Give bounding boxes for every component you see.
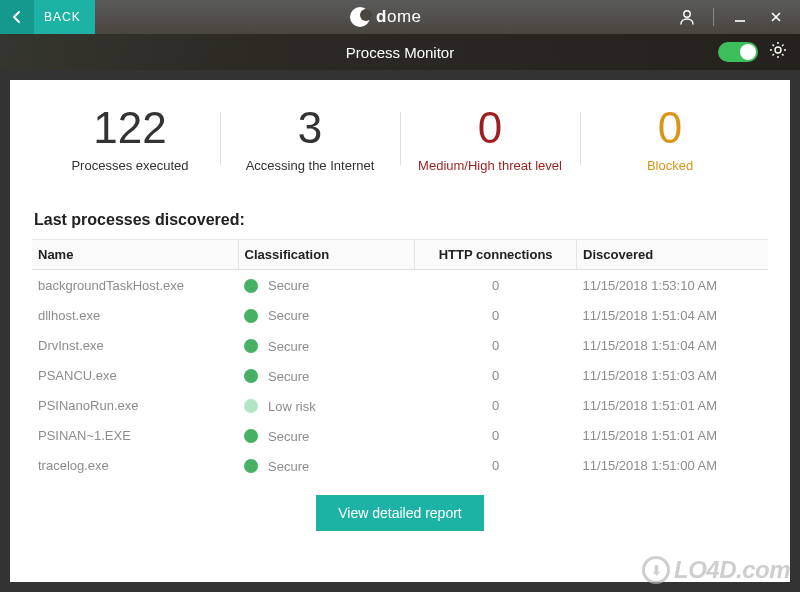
cell-discovered: 11/15/2018 1:53:10 AM (577, 270, 768, 301)
svg-point-2 (775, 47, 781, 53)
subheader-actions (718, 40, 788, 64)
cell-classification: Secure (238, 300, 415, 330)
classification-text: Secure (268, 309, 309, 324)
cell-classification: Secure (238, 270, 415, 301)
view-report-button[interactable]: View detailed report (316, 495, 483, 531)
classification-text: Low risk (268, 399, 316, 414)
table-row[interactable]: dllhost.exeSecure011/15/2018 1:51:04 AM (32, 300, 768, 330)
cell-http: 0 (415, 300, 577, 330)
cell-name: backgroundTaskHost.exe (32, 270, 238, 301)
cell-classification: Secure (238, 451, 415, 481)
cell-http: 0 (415, 451, 577, 481)
app-window: BACK dome Process Monitor (0, 0, 800, 592)
gear-icon[interactable] (768, 40, 788, 64)
classification-text: Secure (268, 369, 309, 384)
cell-name: PSINAN~1.EXE (32, 421, 238, 451)
col-classification[interactable]: Classification (238, 240, 415, 270)
page-title: Process Monitor (346, 44, 454, 61)
status-dot-icon (244, 459, 258, 473)
cell-name: DrvInst.exe (32, 331, 238, 361)
stat-blocked: 0 Blocked (580, 104, 760, 173)
cell-name: PSANCU.exe (32, 361, 238, 391)
cell-discovered: 11/15/2018 1:51:03 AM (577, 361, 768, 391)
logo-icon (350, 7, 370, 27)
classification-text: Secure (268, 429, 309, 444)
brand: dome (95, 0, 677, 34)
stat-label: Accessing the Internet (220, 158, 400, 173)
status-dot-icon (244, 309, 258, 323)
table-row[interactable]: backgroundTaskHost.exeSecure011/15/2018 … (32, 270, 768, 301)
classification-text: Secure (268, 278, 309, 293)
status-dot-icon (244, 429, 258, 443)
stat-label: Blocked (580, 158, 760, 173)
section-title: Last processes discovered: (34, 211, 766, 229)
status-dot-icon (244, 339, 258, 353)
status-dot-icon (244, 399, 258, 413)
cell-classification: Secure (238, 361, 415, 391)
sub-header: Process Monitor (0, 34, 800, 70)
col-http[interactable]: HTTP connections (415, 240, 577, 270)
cell-discovered: 11/15/2018 1:51:04 AM (577, 331, 768, 361)
stat-value: 0 (400, 104, 580, 152)
col-discovered[interactable]: Discovered (577, 240, 768, 270)
svg-point-0 (684, 11, 690, 17)
stat-value: 3 (220, 104, 400, 152)
table-row[interactable]: tracelog.exeSecure011/15/2018 1:51:00 AM (32, 451, 768, 481)
brand-text: dome (376, 7, 421, 27)
table-row[interactable]: PSINAN~1.EXESecure011/15/2018 1:51:01 AM (32, 421, 768, 451)
classification-text: Secure (268, 339, 309, 354)
cell-discovered: 11/15/2018 1:51:01 AM (577, 391, 768, 421)
cell-http: 0 (415, 421, 577, 451)
cell-classification: Low risk (238, 391, 415, 421)
close-button[interactable] (766, 7, 786, 27)
col-name[interactable]: Name (32, 240, 238, 270)
status-dot-icon (244, 279, 258, 293)
cell-name: PSINanoRun.exe (32, 391, 238, 421)
status-dot-icon (244, 369, 258, 383)
monitor-toggle[interactable] (718, 42, 758, 62)
process-table: Name Classification HTTP connections Dis… (32, 239, 768, 480)
table-row[interactable]: PSANCU.exeSecure011/15/2018 1:51:03 AM (32, 361, 768, 391)
cell-name: tracelog.exe (32, 451, 238, 481)
stat-accessing-internet: 3 Accessing the Internet (220, 104, 400, 173)
stat-processes-executed: 122 Processes executed (40, 104, 220, 173)
cell-classification: Secure (238, 421, 415, 451)
cell-discovered: 11/15/2018 1:51:00 AM (577, 451, 768, 481)
classification-text: Secure (268, 459, 309, 474)
title-bar: BACK dome (0, 0, 800, 34)
stat-threat-level: 0 Medium/High threat level (400, 104, 580, 173)
stat-label: Processes executed (40, 158, 220, 173)
table-header-row: Name Classification HTTP connections Dis… (32, 240, 768, 270)
cell-http: 0 (415, 331, 577, 361)
stat-label: Medium/High threat level (400, 158, 580, 173)
cell-discovered: 11/15/2018 1:51:04 AM (577, 300, 768, 330)
divider (713, 8, 714, 26)
titlebar-actions (677, 0, 800, 34)
table-row[interactable]: PSINanoRun.exeLow risk011/15/2018 1:51:0… (32, 391, 768, 421)
cell-http: 0 (415, 361, 577, 391)
back-button[interactable]: BACK (0, 0, 95, 34)
minimize-button[interactable] (730, 7, 750, 27)
cell-discovered: 11/15/2018 1:51:01 AM (577, 421, 768, 451)
back-label: BACK (44, 10, 81, 24)
cell-http: 0 (415, 391, 577, 421)
cell-classification: Secure (238, 331, 415, 361)
user-icon[interactable] (677, 7, 697, 27)
stat-value: 0 (580, 104, 760, 152)
stat-value: 122 (40, 104, 220, 152)
chevron-left-icon (0, 0, 34, 34)
content-panel: 122 Processes executed 3 Accessing the I… (10, 80, 790, 582)
stats-row: 122 Processes executed 3 Accessing the I… (32, 98, 768, 193)
cell-http: 0 (415, 270, 577, 301)
table-row[interactable]: DrvInst.exeSecure011/15/2018 1:51:04 AM (32, 331, 768, 361)
cell-name: dllhost.exe (32, 300, 238, 330)
